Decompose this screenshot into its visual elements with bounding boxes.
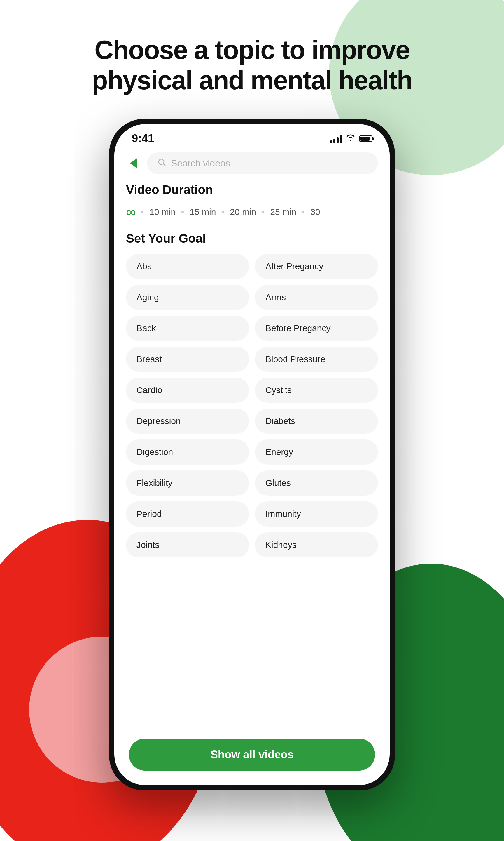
show-all-videos-button[interactable]: Show all videos [129,738,375,771]
goal-back[interactable]: Back [126,316,249,341]
goal-immunity[interactable]: Immunity [255,501,378,527]
search-icon [158,158,166,169]
goal-blood-pressure[interactable]: Blood Pressure [255,347,378,372]
goal-period[interactable]: Period [126,501,249,527]
duration-row: ∞ 10 min 15 min 20 min 25 min 30 [126,204,378,220]
set-your-goal-title: Set Your Goal [126,231,378,245]
back-button[interactable] [126,156,141,171]
duration-25[interactable]: 25 min [270,207,296,217]
status-time: 9:41 [132,132,154,145]
svg-line-1 [163,164,165,166]
battery-icon [359,136,372,142]
goal-before-pregancy[interactable]: Before Pregancy [255,316,378,341]
goal-depression[interactable]: Depression [126,409,249,434]
headline-line1: Choose a topic to improve [94,35,410,65]
goal-joints[interactable]: Joints [126,532,249,557]
goal-cardio[interactable]: Cardio [126,378,249,403]
goal-cystits[interactable]: Cystits [255,378,378,403]
phone-frame: 9:41 [109,119,395,790]
goal-arms[interactable]: Arms [255,285,378,310]
infinity-icon: ∞ [126,204,135,220]
goal-after-pregancy[interactable]: After Pregancy [255,254,378,279]
goals-grid: Abs After Pregancy Aging Arms Back Befor… [126,254,378,563]
search-area: Search videos [114,148,390,180]
goal-kidneys[interactable]: Kidneys [255,532,378,557]
search-placeholder-text: Search videos [171,158,230,169]
signal-icon [330,135,342,143]
headline-line2: physical and mental health [92,66,412,95]
video-duration-title: Video Duration [126,183,378,197]
show-all-label: Show all videos [210,749,293,761]
goal-energy[interactable]: Energy [255,440,378,465]
scroll-content: Video Duration ∞ 10 min 15 min 20 min 25… [114,180,390,732]
goal-glutes[interactable]: Glutes [255,470,378,496]
bottom-area: Show all videos [114,732,390,785]
search-input[interactable]: Search videos [147,152,378,174]
duration-20[interactable]: 20 min [230,207,256,217]
page-headline: Choose a topic to improve physical and m… [57,0,447,119]
goal-abs[interactable]: Abs [126,254,249,279]
back-chevron-icon [130,158,137,169]
status-icons [330,134,372,143]
phone-screen: 9:41 [114,124,390,785]
goal-aging[interactable]: Aging [126,285,249,310]
goal-breast[interactable]: Breast [126,347,249,372]
duration-30[interactable]: 30 [310,207,320,217]
duration-15[interactable]: 15 min [190,207,216,217]
goal-flexibility[interactable]: Flexibility [126,470,249,496]
duration-10[interactable]: 10 min [149,207,176,217]
goal-digestion[interactable]: Digestion [126,440,249,465]
status-bar: 9:41 [114,124,390,148]
page-content: Choose a topic to improve physical and m… [0,0,504,841]
goal-diabets[interactable]: Diabets [255,409,378,434]
wifi-icon [346,134,355,143]
